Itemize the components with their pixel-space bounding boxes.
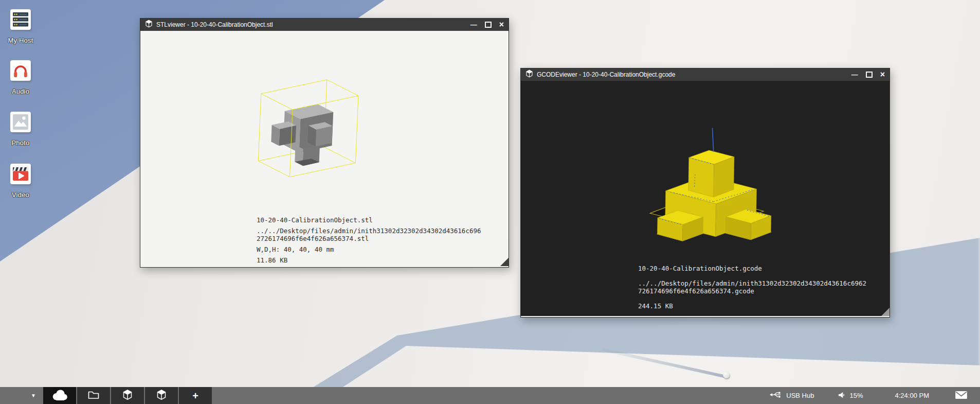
close-button[interactable]: × — [499, 22, 504, 28]
stl-dimensions: W,D,H: 40, 40, 40 mm — [257, 245, 483, 253]
clock-label: 4:24:00 PM — [895, 392, 930, 399]
desktop-icon-label: Photo — [5, 139, 37, 147]
stl-viewport: 10-20-40-CalibrationObject.stl ../../Des… — [140, 31, 509, 266]
maximize-icon — [485, 22, 492, 28]
usb-status[interactable]: USB Hub — [769, 391, 814, 400]
desktop-icon-photo[interactable]: Photo — [5, 112, 37, 147]
cube-icon — [156, 389, 167, 402]
taskbar-collapse-button[interactable]: ▼ — [0, 387, 43, 404]
add-app-button[interactable]: + — [179, 387, 212, 404]
stlviewer-titlebar[interactable]: STLviewer - 10-20-40-CalibrationObject.s… — [140, 19, 509, 31]
server-icon — [10, 9, 31, 30]
clock: 4:24:00 PM — [895, 392, 930, 399]
stl-filepath: ../../Desktop/files/admin/inith31302d323… — [257, 227, 483, 242]
stl-3d-view[interactable] — [256, 78, 360, 179]
gcode-filename: 10-20-40-CalibrationObject.gcode — [638, 265, 868, 272]
close-button[interactable]: × — [880, 72, 885, 78]
minimize-button[interactable]: — — [470, 23, 477, 26]
desktop-icon-label: Audio — [5, 87, 37, 95]
gcode-3d-view[interactable] — [639, 124, 779, 245]
gcodeviewer-titlebar[interactable]: GCODEviewer - 10-20-40-CalibrationObject… — [521, 68, 890, 81]
desktop-icon-label: My Host — [5, 37, 37, 44]
speaker-icon — [838, 391, 845, 400]
desktop-icon-my-host[interactable]: My Host — [5, 9, 37, 44]
plus-icon: + — [192, 391, 198, 401]
envelope-icon — [955, 391, 968, 401]
taskbar: ▼ — [0, 387, 980, 404]
usb-icon — [769, 391, 782, 400]
desktop-icon-video[interactable]: Video — [5, 164, 37, 199]
window-title: GCODEviewer - 10-20-40-CalibrationObject… — [537, 71, 848, 78]
headphones-icon — [10, 60, 31, 81]
maximize-button[interactable] — [485, 22, 492, 28]
stl-file-info: 10-20-40-CalibrationObject.stl ../../Des… — [257, 216, 483, 266]
maximize-button[interactable] — [866, 72, 873, 78]
stlviewer-window: STLviewer - 10-20-40-CalibrationObject.s… — [140, 18, 509, 268]
photo-icon — [10, 112, 31, 132]
maximize-icon — [866, 72, 873, 78]
gcode-filepath: ../../Desktop/files/admin/inith31302d323… — [638, 279, 868, 295]
chevron-down-icon: ▼ — [31, 393, 36, 398]
cube-icon — [122, 389, 133, 402]
volume-status[interactable]: 15% — [838, 391, 863, 400]
folder-icon — [87, 390, 100, 401]
resize-handle[interactable] — [881, 308, 890, 316]
video-icon — [10, 164, 31, 184]
minimize-button[interactable]: — — [851, 73, 858, 76]
resize-handle[interactable] — [500, 258, 509, 266]
package-cube-icon — [145, 20, 153, 30]
package-cube-icon — [525, 69, 533, 80]
wall-knob — [723, 372, 730, 378]
notifications-button[interactable] — [955, 391, 968, 401]
stl-filename: 10-20-40-CalibrationObject.stl — [257, 216, 483, 224]
desktop-icon-audio[interactable]: Audio — [5, 60, 37, 95]
task-button-cloud[interactable] — [43, 387, 76, 404]
stl-filesize: 11.86 KB — [257, 256, 483, 264]
desktop: My Host Audio Photo — [0, 0, 980, 404]
task-button-files[interactable] — [77, 387, 110, 404]
cloud-icon — [51, 389, 68, 402]
gcodeviewer-window: GCODEviewer - 10-20-40-CalibrationObject… — [520, 68, 890, 318]
gcode-viewport: 10-20-40-CalibrationObject.gcode ../../D… — [521, 81, 890, 316]
usb-label: USB Hub — [786, 392, 814, 399]
volume-label: 15% — [849, 392, 863, 399]
task-button-gcodeviewer[interactable] — [145, 387, 178, 404]
task-button-stlviewer[interactable] — [111, 387, 144, 404]
gcode-filesize: 244.15 KB — [638, 302, 868, 310]
window-title: STLviewer - 10-20-40-CalibrationObject.s… — [156, 21, 467, 28]
system-tray: USB Hub 15% 4:24:00 PM — [769, 387, 980, 404]
taskbar-apps: + — [43, 387, 212, 404]
gcode-file-info: 10-20-40-CalibrationObject.gcode ../../D… — [638, 265, 868, 316]
desktop-icon-label: Video — [5, 191, 37, 199]
